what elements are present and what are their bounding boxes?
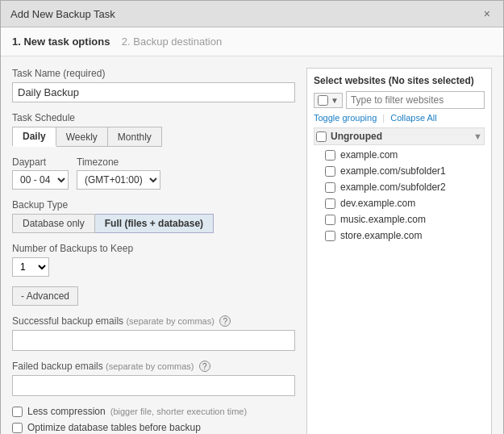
site-item-0: example.com (314, 147, 485, 163)
checkboxes-group: Less compression (bigger file, shorter e… (12, 406, 295, 433)
ungrouped-row: Ungrouped ▼ (314, 127, 485, 145)
optimize-db-checkbox[interactable] (12, 423, 23, 433)
success-emails-sub: (separate by commas) (126, 316, 214, 326)
dialog-body: Task Name (required) Task Schedule Daily… (1, 56, 503, 434)
num-backups-label: Number of Backups to Keep (12, 243, 295, 254)
advanced-button[interactable]: - Advanced (12, 286, 78, 306)
num-backups-group: Number of Backups to Keep 1 2 3 5 10 (12, 243, 295, 277)
dialog: Add New Backup Task × 1. New task option… (0, 0, 504, 434)
failed-emails-label: Failed backup emails (separate by commas… (12, 361, 295, 372)
backup-type-group: Backup Type Database only Full (files + … (12, 199, 295, 233)
optimize-db-row: Optimize database tables before backup (12, 422, 295, 433)
left-panel: Task Name (required) Task Schedule Daily… (12, 68, 295, 434)
site-select-panel: Select websites (No sites selected) ▼ To… (306, 68, 492, 434)
backup-type-btn-group: Database only Full (files + database) (12, 214, 295, 233)
step2-label: 2. Backup destination (122, 35, 222, 48)
schedule-monthly-btn[interactable]: Monthly (108, 127, 162, 147)
ungrouped-checkbox[interactable] (316, 131, 327, 142)
ungrouped-chevron-icon[interactable]: ▼ (473, 131, 482, 141)
success-emails-label: Successful backup emails (separate by co… (12, 315, 295, 327)
filter-dropdown-icon[interactable]: ▼ (331, 96, 339, 105)
site-label-4: music.example.com (340, 214, 426, 225)
filter-sites-input[interactable] (346, 91, 485, 109)
step1-label: 1. New task options (12, 35, 110, 48)
success-emails-help-icon[interactable]: ? (219, 315, 231, 327)
daypart-label: Daypart (12, 156, 69, 168)
success-emails-group: Successful backup emails (separate by co… (12, 315, 295, 351)
filter-all-checkbox[interactable] (318, 95, 328, 106)
num-backups-select[interactable]: 1 2 3 5 10 (12, 257, 49, 277)
schedule-label: Task Schedule (12, 112, 295, 123)
daypart-timezone-group: Daypart 00 - 04 04 - 08 08 - 12 Timezone… (12, 156, 295, 190)
site-checkbox-3[interactable] (325, 198, 335, 209)
dialog-titlebar: Add New Backup Task × (1, 1, 503, 27)
backup-type-label: Backup Type (12, 199, 295, 211)
site-item-2: example.com/subfolder2 (314, 179, 485, 195)
timezone-select[interactable]: (GMT+01:00) (GMT+00:00) (GMT-05:00) (77, 170, 160, 190)
timezone-label: Timezone (77, 156, 160, 168)
site-label-5: store.example.com (340, 230, 422, 241)
close-button[interactable]: × (481, 7, 494, 20)
schedule-daily-btn[interactable]: Daily (12, 127, 56, 147)
ungrouped-label: Ungrouped (331, 131, 382, 142)
timezone-field: Timezone (GMT+01:00) (GMT+00:00) (GMT-05… (77, 156, 160, 190)
inline-group: Daypart 00 - 04 04 - 08 08 - 12 Timezone… (12, 156, 295, 190)
advanced-group: - Advanced (12, 286, 295, 306)
daypart-select[interactable]: 00 - 04 04 - 08 08 - 12 (12, 170, 69, 190)
site-checkbox-1[interactable] (325, 166, 335, 177)
schedule-weekly-btn[interactable]: Weekly (56, 127, 108, 147)
failed-emails-input[interactable] (12, 375, 295, 396)
backup-type-full-btn[interactable]: Full (files + database) (95, 214, 214, 233)
site-checkbox-4[interactable] (325, 215, 335, 225)
dialog-title: Add New Backup Task (10, 8, 115, 20)
site-item-1: example.com/subfolder1 (314, 163, 485, 179)
success-emails-input[interactable] (12, 330, 295, 351)
failed-emails-help-icon[interactable]: ? (199, 361, 210, 372)
site-item-4: music.example.com (314, 211, 485, 227)
backup-type-db-btn[interactable]: Database only (12, 214, 95, 233)
schedule-group: Task Schedule Daily Weekly Monthly (12, 112, 295, 147)
less-compression-row: Less compression (bigger file, shorter e… (12, 406, 295, 417)
task-name-input[interactable] (12, 82, 295, 102)
site-checkbox-5[interactable] (325, 231, 335, 241)
site-label-3: dev.example.com (340, 198, 415, 209)
task-name-label: Task Name (required) (12, 68, 295, 79)
steps-bar: 1. New task options 2. Backup destinatio… (1, 27, 503, 56)
site-select-title: Select websites (No sites selected) (314, 75, 485, 86)
toggle-links: Toggle grouping | Collapse All (314, 113, 485, 123)
task-name-group: Task Name (required) (12, 68, 295, 102)
site-label-2: example.com/subfolder2 (340, 182, 446, 193)
sites-list: example.com example.com/subfolder1 examp… (314, 147, 485, 244)
site-label-1: example.com/subfolder1 (340, 165, 446, 177)
site-label-0: example.com (340, 149, 398, 161)
less-compression-checkbox[interactable] (12, 407, 23, 417)
failed-emails-group: Failed backup emails (separate by commas… (12, 361, 295, 396)
site-item-5: store.example.com (314, 227, 485, 244)
schedule-btn-group: Daily Weekly Monthly (12, 127, 295, 147)
no-sites-label: (No sites selected) (389, 75, 474, 86)
site-item-3: dev.example.com (314, 195, 485, 211)
less-compression-sub: (bigger file, shorter execution time) (110, 407, 247, 416)
site-checkbox-2[interactable] (325, 182, 335, 193)
toggle-grouping-link[interactable]: Toggle grouping (314, 113, 377, 123)
daypart-field: Daypart 00 - 04 04 - 08 08 - 12 (12, 156, 69, 190)
filter-checkbox-btn[interactable]: ▼ (314, 93, 343, 108)
right-panel: Select websites (No sites selected) ▼ To… (306, 68, 492, 434)
collapse-all-link[interactable]: Collapse All (390, 113, 436, 123)
filter-row: ▼ (314, 91, 485, 109)
site-checkbox-0[interactable] (325, 150, 335, 161)
optimize-db-label: Optimize database tables before backup (27, 422, 201, 433)
less-compression-label: Less compression (27, 406, 106, 417)
failed-emails-sub: (separate by commas) (106, 361, 194, 371)
